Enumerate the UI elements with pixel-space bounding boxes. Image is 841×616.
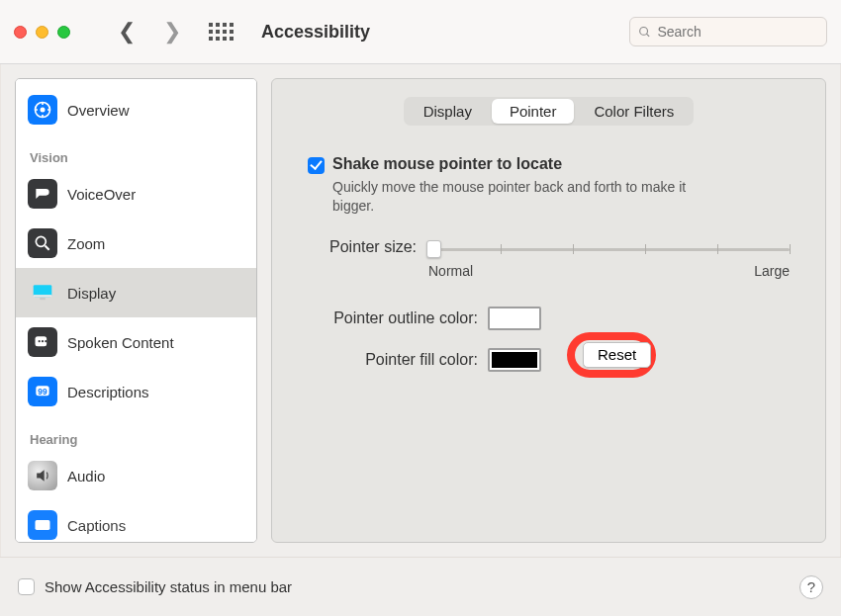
slider-knob[interactable] [426,240,441,258]
sidebar-section-vision: Vision [16,134,256,169]
all-prefs-icon[interactable] [209,23,234,41]
svg-rect-8 [40,298,46,300]
audio-icon [28,461,57,490]
search-field[interactable] [629,17,827,46]
voiceover-icon [28,179,57,209]
sidebar-item-label: Audio [67,468,105,484]
sidebar-item-descriptions[interactable]: 99 Descriptions [16,367,256,416]
sidebar-item-label: Zoom [67,235,105,252]
search-icon [638,25,651,40]
descriptions-icon: 99 [28,377,57,406]
help-button[interactable]: ? [799,575,823,599]
pointer-size-slider[interactable] [428,239,790,259]
reset-button[interactable]: Reset [583,342,651,368]
search-input[interactable] [657,24,818,40]
sidebar-item-display[interactable]: Display [16,268,256,317]
nav-arrows: ❮ ❯ [118,19,181,44]
forward-button[interactable]: ❯ [163,19,181,44]
sidebar-item-zoom[interactable]: Zoom [16,219,256,268]
fill-color-swatch[interactable] [488,348,541,372]
slider-max-label: Large [754,263,790,279]
status-menubar-checkbox[interactable] [18,578,35,595]
overview-icon [28,95,57,125]
captions-icon [28,510,57,540]
slider-min-label: Normal [428,263,473,279]
shake-pointer-checkbox[interactable] [308,157,325,174]
svg-rect-7 [34,295,52,297]
pointer-size-label: Pointer size: [329,238,417,256]
body-area: Overview Vision VoiceOver Zoom Display [0,64,841,557]
shake-pointer-row: Shake mouse pointer to locate [308,155,790,174]
svg-point-12 [45,340,47,342]
tab-pointer[interactable]: Pointer [492,99,575,124]
svg-rect-15 [36,520,50,530]
svg-text:99: 99 [38,387,47,396]
zoom-window-button[interactable] [57,26,70,39]
display-icon [28,278,57,308]
footer: Show Accessibility status in menu bar ? [0,557,841,616]
tab-color-filters[interactable]: Color Filters [576,99,692,124]
sidebar-item-label: VoiceOver [67,186,136,203]
window-controls [14,26,70,39]
tabs: Display Pointer Color Filters [404,97,695,126]
fill-color-label: Pointer fill color: [308,351,478,369]
spoken-content-icon [28,327,57,357]
svg-point-10 [39,340,41,342]
svg-line-1 [646,34,649,37]
svg-point-0 [640,27,648,35]
svg-line-5 [46,246,49,250]
svg-point-11 [42,340,44,342]
sidebar: Overview Vision VoiceOver Zoom Display [15,78,257,543]
sidebar-item-label: Display [67,285,116,302]
content-pane: Display Pointer Color Filters Shake mous… [271,78,826,543]
tab-display[interactable]: Display [406,99,490,124]
outline-color-label: Pointer outline color: [308,309,478,327]
window-title: Accessibility [261,22,370,43]
settings-group: Shake mouse pointer to locate Quickly mo… [272,126,825,346]
minimize-window-button[interactable] [36,26,48,39]
back-button[interactable]: ❮ [118,19,136,44]
sidebar-item-spoken-content[interactable]: Spoken Content [16,317,256,367]
outline-color-row: Pointer outline color: [308,307,790,330]
sidebar-section-hearing: Hearing [16,416,256,451]
zoom-icon [28,228,57,258]
titlebar: ❮ ❯ Accessibility [0,0,841,64]
shake-pointer-label: Shake mouse pointer to locate [332,155,562,173]
sidebar-item-overview[interactable]: Overview [16,85,256,134]
status-menubar-label: Show Accessibility status in menu bar [45,578,292,595]
fill-color-row: Pointer fill color: [308,348,790,372]
sidebar-item-voiceover[interactable]: VoiceOver [16,169,256,219]
svg-point-4 [36,236,46,246]
sidebar-item-audio[interactable]: Audio [16,451,256,500]
sidebar-item-label: Captions [67,517,126,534]
sidebar-item-label: Spoken Content [67,334,174,351]
sidebar-item-label: Overview [67,102,130,119]
sidebar-item-captions[interactable]: Captions [16,500,256,543]
slider-end-labels: Normal Large [428,263,790,279]
close-window-button[interactable] [14,26,27,39]
shake-pointer-desc: Quickly move the mouse pointer back and … [332,178,728,216]
pointer-size-row: Pointer size: [308,235,790,259]
sidebar-item-label: Descriptions [67,384,149,400]
svg-point-3 [41,108,46,113]
outline-color-swatch[interactable] [488,307,541,330]
